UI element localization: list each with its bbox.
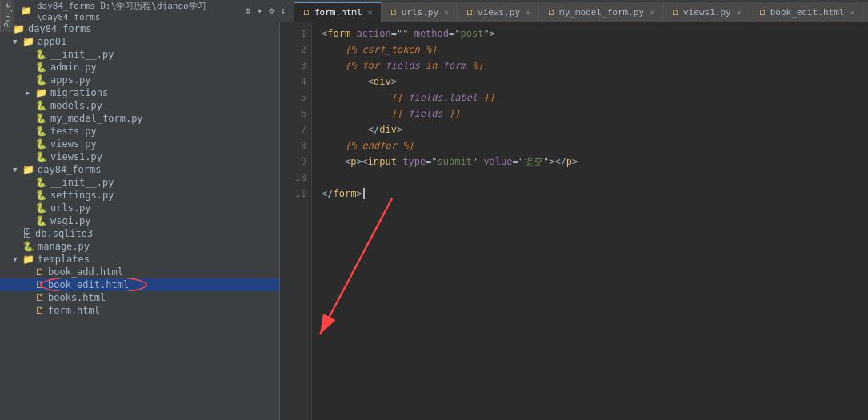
tab-book-edit-html[interactable]: 🗋 book_edit.html ✕ <box>750 2 864 22</box>
tab-label-book-edit-html: book_edit.html <box>770 7 845 18</box>
code-line-8: {% endfor %} <box>322 138 858 154</box>
my-model-form-py-icon: 🐍 <box>35 113 47 124</box>
views1-py-icon: 🐍 <box>35 151 47 162</box>
tab-close-urls-py[interactable]: ✕ <box>444 8 449 17</box>
line-numbers: 1 2 3 4 5 6 7 8 9 10 11 <box>280 22 312 420</box>
tests-py-icon: 🐍 <box>35 126 47 137</box>
star-icon[interactable]: ✦ <box>255 6 264 16</box>
sort-icon[interactable]: ↕ <box>278 6 287 16</box>
tab-close-views-py[interactable]: ✕ <box>526 8 530 17</box>
tree-models-py[interactable]: 🐍 models.py <box>0 99 279 112</box>
views1-py-label: views1.py <box>50 151 102 162</box>
admin-py-label: admin.py <box>50 62 97 73</box>
views-py-label: views.py <box>50 138 97 150</box>
init-py-label: __init__.py <box>50 49 114 60</box>
book-edit-html-label: book_edit.html <box>48 279 129 290</box>
tree-urls-py[interactable]: 🐍 urls.py <box>0 202 279 214</box>
day84-forms-dir-label: day84_forms <box>38 164 101 175</box>
tab-icon-views-py: 🗋 <box>466 8 474 17</box>
tree-arrow-app01: ▼ <box>13 38 22 46</box>
urls-py-icon: 🐍 <box>35 202 47 214</box>
tree-admin-py[interactable]: 🐍 admin.py <box>0 61 279 74</box>
templates-folder-icon: 📁 <box>22 254 34 265</box>
models-py-label: models.py <box>50 100 102 111</box>
tree-root-day84-forms[interactable]: ▼ 📁 day84_forms <box>0 22 279 35</box>
tab-label-urls-py: urls.py <box>402 7 438 18</box>
tree-init-py[interactable]: 🐍 __init__.py <box>0 48 279 61</box>
tab-views-py[interactable]: 🗋 views.py ✕ <box>458 2 539 22</box>
code-line-6: {{ fields }} <box>322 106 858 122</box>
code-line-3: {% for fields in form %} <box>322 58 858 74</box>
form-html-icon: 🗋 <box>35 305 45 316</box>
init-py-icon: 🐍 <box>35 49 47 60</box>
tab-urls-py[interactable]: 🗋 urls.py ✕ <box>382 2 458 22</box>
tree-book-add-html[interactable]: 🗋 book_add.html <box>0 266 279 278</box>
tree-my-model-form-py[interactable]: 🐍 my_model_form.py <box>0 112 279 125</box>
editor: 1 2 3 4 5 6 7 8 9 10 11 <form action="" … <box>280 22 868 420</box>
tab-views1-py[interactable]: 🗋 views1.py ✕ <box>663 2 750 22</box>
tree-app01[interactable]: ▼ 📁 app01 <box>0 35 279 48</box>
tree-init-py2[interactable]: 🐍 __init__.py <box>0 176 279 189</box>
top-bar: Project 📁 day84_forms D:\学习历程\django学习\d… <box>0 0 868 22</box>
models-py-icon: 🐍 <box>35 100 47 111</box>
code-line-10 <box>322 170 858 186</box>
apps-py-label: apps.py <box>50 74 91 86</box>
views-py-icon: 🐍 <box>35 138 47 150</box>
code-area[interactable]: <form action="" method="post"> {% csrf_t… <box>312 22 868 420</box>
tree-form-html[interactable]: 🗋 form.html <box>0 304 279 317</box>
tab-icon-urls-py: 🗋 <box>390 8 398 17</box>
tab-icon-my-model-form-py: 🗋 <box>547 8 555 17</box>
wsgi-py-label: wsgi.py <box>50 215 91 226</box>
tab-my-model-form-py[interactable]: 🗋 my_model_form.py ✕ <box>539 2 663 22</box>
day84-forms-dir-icon: 📁 <box>22 164 34 175</box>
project-folder-icon: 📁 <box>21 6 32 16</box>
code-line-7: </div> <box>322 122 858 138</box>
project-vertical-label[interactable]: Project <box>0 0 14 33</box>
migrations-label: migrations <box>50 87 108 98</box>
app01-label: app01 <box>38 36 66 47</box>
tree-apps-py[interactable]: 🐍 apps.py <box>0 74 279 86</box>
init-py2-icon: 🐍 <box>35 177 47 188</box>
tab-bo-ellipsis[interactable]: 🗋 bo... <box>863 2 868 22</box>
book-edit-html-icon: 🗋 <box>35 279 45 290</box>
tab-label-views1-py: views1.py <box>683 7 731 18</box>
tree-db-sqlite3[interactable]: 🗄 db.sqlite3 <box>0 227 279 240</box>
tree-migrations[interactable]: ▶ 📁 migrations <box>0 86 279 99</box>
tree-templates[interactable]: ▼ 📁 templates <box>0 253 279 266</box>
tab-label-form-html: form.html <box>314 7 362 18</box>
tree-arrow-migrations: ▶ <box>26 89 35 97</box>
tree-book-edit-html[interactable]: 🗋 book_edit.html <box>0 278 279 291</box>
tests-py-label: tests.py <box>50 126 97 137</box>
svg-line-1 <box>320 198 392 334</box>
code-line-5: {{ fields.label }} <box>322 90 858 106</box>
tabs-bar: 🗋 form.html ✕ 🗋 urls.py ✕ 🗋 views.py ✕ 🗋… <box>294 0 868 22</box>
project-path: day84_forms D:\学习历程\django学习\day84_forms <box>37 0 239 22</box>
book-add-html-icon: 🗋 <box>35 266 45 278</box>
tree-manage-py[interactable]: 🐍 manage.py <box>0 240 279 253</box>
tab-form-html[interactable]: 🗋 form.html ✕ <box>294 2 382 22</box>
tree-books-html[interactable]: 🗋 books.html <box>0 291 279 304</box>
settings-icon[interactable]: ⚙ <box>244 6 253 16</box>
gear-icon[interactable]: ⚙ <box>267 6 276 16</box>
tab-close-my-model-form-py[interactable]: ✕ <box>650 8 654 17</box>
form-html-label: form.html <box>48 305 100 316</box>
db-sqlite3-icon: 🗄 <box>22 228 32 239</box>
tab-close-form-html[interactable]: ✕ <box>368 8 373 17</box>
code-line-2: {% csrf_token %} <box>322 42 858 58</box>
manage-py-label: manage.py <box>38 241 90 252</box>
tree-settings-py[interactable]: 🐍 settings.py <box>0 189 279 202</box>
apps-py-icon: 🐍 <box>35 74 47 86</box>
tab-icon-views1-py: 🗋 <box>671 8 679 17</box>
sidebar: ▼ 📁 day84_forms ▼ 📁 app01 🐍 __init__.py … <box>0 22 280 420</box>
tab-close-book-edit-html[interactable]: ✕ <box>850 8 854 17</box>
admin-py-icon: 🐍 <box>35 62 47 73</box>
code-line-11: </form> <box>322 186 858 202</box>
code-line-4: <div> <box>322 74 858 90</box>
tab-close-views1-py[interactable]: ✕ <box>737 8 742 17</box>
tree-day84-forms-dir[interactable]: ▼ 📁 day84_forms <box>0 163 279 176</box>
tree-views-py[interactable]: 🐍 views.py <box>0 138 279 150</box>
tree-views1-py[interactable]: 🐍 views1.py <box>0 150 279 163</box>
tree-tests-py[interactable]: 🐍 tests.py <box>0 125 279 138</box>
tree-wsgi-py[interactable]: 🐍 wsgi.py <box>0 214 279 227</box>
main-content: ▼ 📁 day84_forms ▼ 📁 app01 🐍 __init__.py … <box>0 22 868 420</box>
